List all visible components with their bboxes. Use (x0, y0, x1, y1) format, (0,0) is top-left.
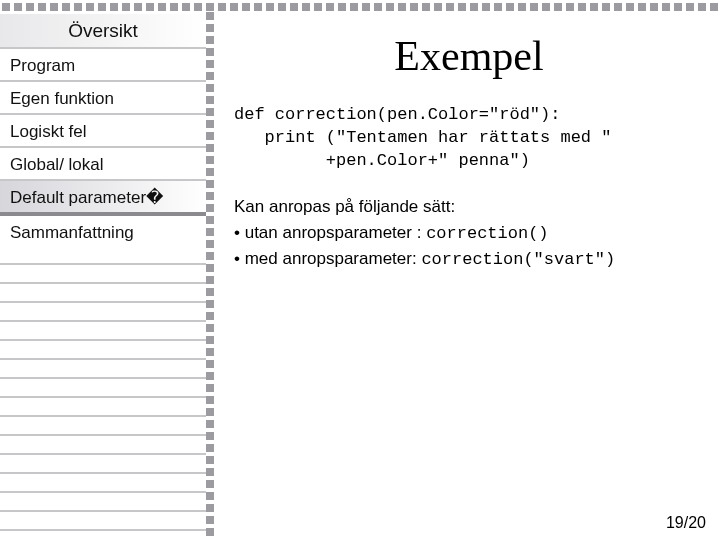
slide-title: Exempel (226, 14, 712, 104)
bullet-text: med anropsparameter: (245, 249, 422, 268)
decor-top-squares (0, 0, 720, 14)
page-number: 19/20 (666, 514, 706, 532)
bullet-0: utan anropsparameter : correction() (234, 221, 704, 247)
main-content: Exempel def correction(pen.Color="röd"):… (226, 14, 712, 532)
sidebar-item-4[interactable]: Global/ lokal (0, 146, 206, 179)
sidebar-item-3[interactable]: Logiskt fel (0, 113, 206, 146)
bullet-code: correction("svart") (421, 250, 615, 269)
sidebar-item-5[interactable]: Default parameter� (0, 179, 206, 212)
decor-vert-squares (206, 12, 216, 536)
bullet-1: med anropsparameter: correction("svart") (234, 247, 704, 273)
body-intro: Kan anropas på följande sätt: (234, 195, 704, 220)
sidebar-item-2[interactable]: Egen funktion (0, 80, 206, 113)
sidebar-item-1[interactable]: Program (0, 47, 206, 80)
bullet-list: utan anropsparameter : correction()med a… (234, 221, 704, 272)
sidebar-item-6[interactable]: Sammanfattning (0, 212, 206, 245)
sidebar: ÖversiktProgramEgen funktionLogiskt felG… (0, 14, 206, 524)
sidebar-item-0[interactable]: Översikt (0, 14, 206, 47)
slide: ÖversiktProgramEgen funktionLogiskt felG… (0, 0, 720, 540)
code-block: def correction(pen.Color="röd"): print (… (226, 104, 712, 173)
body-text: Kan anropas på följande sätt: utan anrop… (226, 173, 712, 273)
bullet-text: utan anropsparameter : (245, 223, 426, 242)
bullet-code: correction() (426, 224, 548, 243)
